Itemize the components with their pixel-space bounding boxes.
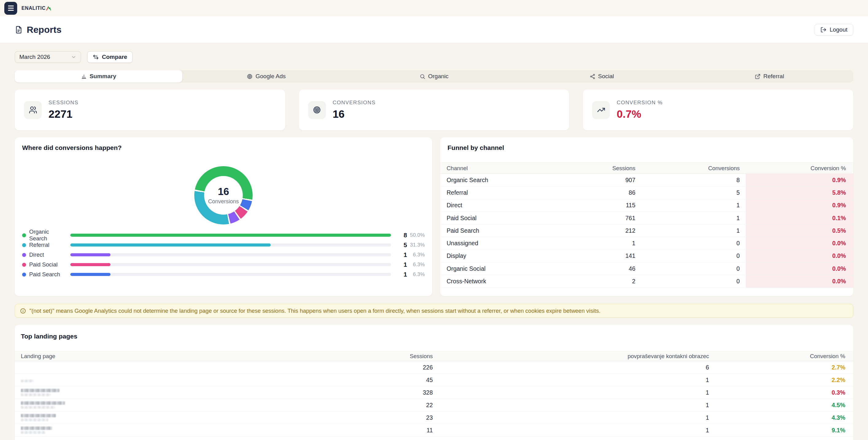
target-icon [247,74,253,79]
share-icon [590,74,595,79]
reports-dashboard: ENALITIC Reports Logout March 2026 [0,0,868,440]
external-link-icon [755,74,761,79]
tab-summary[interactable]: Summary [15,70,182,82]
legend-dot [22,263,26,267]
search-icon [420,74,425,79]
chevron-down-icon [71,54,76,60]
main-section: Where did conversions happen? 16 Convers… [15,137,853,296]
top-bar: ENALITIC [0,0,868,16]
table-row: Cross-Network200.0% [440,275,853,287]
stat-label: CONVERSIONS [333,100,376,106]
legend-dot [22,253,26,257]
compare-button[interactable]: Compare [87,51,133,63]
table-row: 23 1 4.3% [15,411,853,424]
conversions-chart-card: Where did conversions happen? 16 Convers… [15,137,432,296]
period-select[interactable]: March 2026 [15,51,81,63]
stat-value: 16 [333,108,376,120]
chart-legend: Organic Search 8 50.0% Referral 5 31.3% … [22,230,425,279]
legend-bar-fill [70,234,391,237]
funnel-header-row: Channel Sessions Conversions Conversion … [440,163,853,174]
logout-button[interactable]: Logout [815,24,853,36]
legend-bar-track [70,234,391,237]
table-row: Direct11510.9% [440,199,853,212]
redacted-landing-page [21,401,65,409]
report-document-icon [15,26,23,34]
tab-social[interactable]: Social [518,70,685,82]
legend-bar-fill [70,263,111,266]
table-row: 328 1 0.3% [15,386,853,399]
trending-up-icon [592,101,610,119]
report-tabs: Summary Google Ads Organic Social Referr… [15,70,853,82]
stat-card-sessions: SESSIONS 2271 [15,90,285,130]
period-select-value: March 2026 [19,54,50,60]
table-row: 11 1 9.1% [15,424,853,437]
stat-label: CONVERSION % [617,100,663,106]
legend-dot [22,233,26,237]
page-header: Reports Logout [0,16,868,43]
legend-bar-track [70,263,391,266]
redacted-landing-page [21,427,52,434]
funnel-card: Funnel by channel Channel Sessions Conve… [440,137,853,296]
table-row: 45 1 2.2% [15,374,853,386]
hamburger-icon [8,5,14,6]
redacted-landing-page [21,414,56,421]
tab-referral[interactable]: Referral [686,70,853,82]
landing-table: Landing page Sessions povpraševanje kont… [15,351,853,437]
legend-dot [22,273,26,277]
target-icon [308,101,326,119]
donut-center-label: 16 Conversions [194,166,253,225]
stat-value: 0.7% [617,108,663,120]
table-row: Paid Search21210.5% [440,225,853,237]
table-row: Unassigned100.0% [440,237,853,249]
table-row: Organic Social4600.0% [440,263,853,275]
legend-bar-track [70,273,391,276]
table-row: 22 1 4.5% [15,399,853,411]
tab-google-ads[interactable]: Google Ads [182,70,350,82]
not-set-info-banner: "(not set)" means Google Analytics could… [15,304,853,318]
table-row: Referral8655.8% [440,187,853,199]
stat-cards: SESSIONS 2271 CONVERSIONS 16 CONVERSION … [15,90,853,130]
table-row: 226 6 2.7% [15,361,853,374]
legend-row: Organic Search 8 50.0% [22,230,425,240]
stat-label: SESSIONS [49,100,78,106]
table-row: Paid Social76110.1% [440,212,853,225]
legend-dot [22,243,26,247]
users-icon [24,101,42,119]
chart-title: Where did conversions happen? [22,144,425,151]
legend-bar-fill [70,253,111,256]
legend-bar-track [70,243,391,246]
funnel-title: Funnel by channel [440,144,853,151]
legend-row: Direct 1 6.3% [22,250,425,260]
legend-bar-track [70,253,391,256]
controls-row: March 2026 Compare [15,51,853,63]
logo: ENALITIC [22,5,51,11]
redacted-landing-page [21,378,37,382]
menu-button[interactable] [4,2,17,15]
logo-text: ENALITIC [22,5,46,11]
legend-row: Paid Search 1 6.3% [22,270,425,279]
landing-pages-card: Top landing pages Landing page Sessions … [15,325,853,440]
landing-title: Top landing pages [15,333,853,340]
tab-organic[interactable]: Organic [350,70,518,82]
legend-bar-fill [70,273,111,276]
logout-icon [820,27,827,33]
note-text: "(not set)" means Google Analytics could… [29,308,600,314]
stat-card-conversions: CONVERSIONS 16 [299,90,569,130]
swap-arrows-icon [93,54,99,60]
stat-card-conversion-rate: CONVERSION % 0.7% [583,90,853,130]
table-row: Organic Search90780.9% [440,174,853,187]
redacted-landing-page [21,389,60,396]
bar-chart-icon [81,74,87,79]
page-title: Reports [27,25,61,35]
funnel-table: Channel Sessions Conversions Conversion … [440,163,853,288]
logo-peak-icon [46,6,51,11]
stat-value: 2271 [49,108,78,120]
legend-row: Referral 5 31.3% [22,240,425,250]
legend-row: Paid Social 1 6.3% [22,260,425,270]
info-icon [20,308,26,314]
legend-bar-fill [70,243,271,246]
landing-header-row: Landing page Sessions povpraševanje kont… [15,351,853,361]
table-row: Display14100.0% [440,250,853,263]
